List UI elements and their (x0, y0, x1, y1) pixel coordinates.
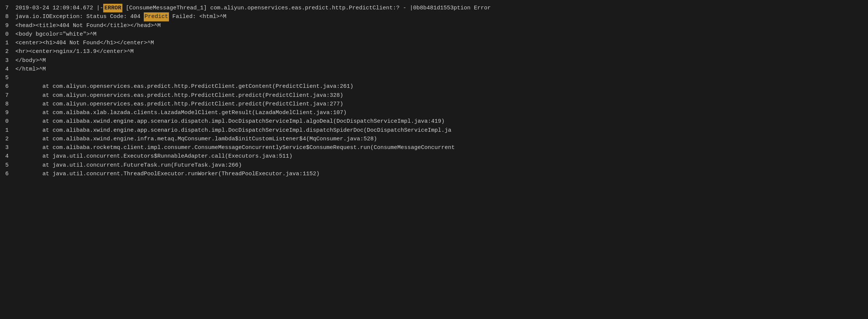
log-line: 8 java.io.IOException: Status Code: 404 … (5, 12, 868, 21)
log-line: 9 <head><title>404 Not Found</title></he… (5, 21, 868, 30)
highlight-predict: Predict (144, 12, 169, 21)
line-number: 8 (5, 12, 12, 21)
line-number: 8 (5, 100, 12, 108)
log-line: 6 at java.util.concurrent.ThreadPoolExec… (5, 170, 868, 178)
line-number: 1 (5, 126, 12, 135)
log-line: 0 at com.alibaba.xwind.engine.app.scenar… (5, 117, 868, 126)
log-line: 9 at com.alibaba.xlab.lazada.clients.Laz… (5, 108, 868, 117)
log-text: at java.util.concurrent.FutureTask.run(F… (12, 161, 242, 170)
line-number: 4 (5, 152, 12, 161)
log-line: 2 at com.alibaba.xwind.engine.infra.meta… (5, 135, 868, 143)
line-number: 0 (5, 117, 12, 126)
line-number: 0 (5, 30, 12, 39)
log-text: <hr><center>nginx/1.13.9</center>^M (12, 47, 134, 56)
log-line: 6 at com.aliyun.openservices.eas.predict… (5, 82, 868, 91)
line-number: 9 (5, 108, 12, 117)
log-line: 1 <center><h1>404 Not Found</h1></center… (5, 39, 868, 47)
log-line: 8 at com.aliyun.openservices.eas.predict… (5, 100, 868, 108)
log-text: at com.aliyun.openservices.eas.predict.h… (12, 82, 353, 91)
log-text: java.io.IOException: Status Code: 404 (12, 12, 144, 21)
log-line: 4 </html>^M (5, 65, 868, 74)
log-line: 4 at java.util.concurrent.Executors$Runn… (5, 152, 868, 161)
log-text: Failed: <html>^M (169, 12, 226, 21)
log-line: 7 at com.aliyun.openservices.eas.predict… (5, 91, 868, 100)
log-line: 3 </body>^M (5, 56, 868, 65)
line-number: 2 (5, 47, 12, 56)
line-number: 3 (5, 143, 12, 152)
terminal-window: 7 2019-03-24 12:09:04.672 |-ERROR [Consu… (5, 4, 868, 319)
log-text: [ConsumeMessageThread_1] com.aliyun.open… (122, 4, 491, 12)
log-line: 5 (5, 74, 868, 82)
log-line: 2 <hr><center>nginx/1.13.9</center>^M (5, 47, 868, 56)
line-number: 5 (5, 161, 12, 170)
line-number: 3 (5, 56, 12, 65)
error-badge: ERROR (103, 4, 122, 12)
log-line: 3 at com.alibaba.rocketmq.client.impl.co… (5, 143, 868, 152)
log-text: at com.aliyun.openservices.eas.predict.h… (12, 100, 343, 108)
log-text: <body bgcolor="white">^M (12, 30, 96, 39)
log-text: at com.alibaba.xwind.engine.infra.metaq.… (12, 135, 377, 143)
log-text: <center><h1>404 Not Found</h1></center>^… (12, 39, 154, 47)
log-text: <head><title>404 Not Found</title></head… (12, 21, 161, 30)
log-line: 7 2019-03-24 12:09:04.672 |-ERROR [Consu… (5, 4, 868, 12)
line-number: 7 (5, 91, 12, 100)
log-text: </body>^M (12, 56, 46, 65)
log-text: at com.aliyun.openservices.eas.predict.h… (12, 91, 343, 100)
log-text: </html>^M (12, 65, 46, 74)
log-text: at java.util.concurrent.Executors$Runnab… (12, 152, 292, 161)
line-number: 4 (5, 65, 12, 74)
line-number: 5 (5, 74, 12, 82)
log-text: at com.alibaba.xwind.engine.app.scenario… (12, 117, 445, 126)
log-line: 1 at com.alibaba.xwind.engine.app.scenar… (5, 126, 868, 135)
line-number: 2 (5, 135, 12, 143)
line-number: 6 (5, 170, 12, 178)
log-text: at com.alibaba.rocketmq.client.impl.cons… (12, 143, 455, 152)
line-number: 7 (5, 4, 12, 12)
line-number: 9 (5, 21, 12, 30)
line-number: 6 (5, 82, 12, 91)
log-text: at com.alibaba.xlab.lazada.clients.Lazad… (12, 108, 347, 117)
log-line: 0 <body bgcolor="white">^M (5, 30, 868, 39)
log-text: at java.util.concurrent.ThreadPoolExecut… (12, 170, 319, 178)
line-number: 1 (5, 39, 12, 47)
log-text: at com.alibaba.xwind.engine.app.scenario… (12, 126, 451, 135)
log-line: 5 at java.util.concurrent.FutureTask.run… (5, 161, 868, 170)
log-text: 2019-03-24 12:09:04.672 |- (12, 4, 103, 12)
